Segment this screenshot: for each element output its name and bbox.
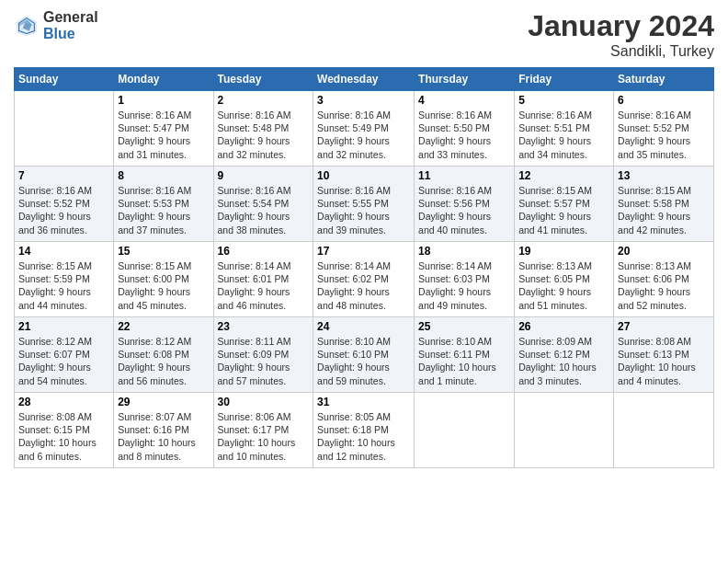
logo-text: General Blue bbox=[43, 9, 98, 41]
day-number: 18 bbox=[418, 245, 510, 258]
day-number: 22 bbox=[118, 320, 209, 333]
calendar-cell bbox=[415, 393, 515, 468]
day-info: Sunrise: 8:09 AMSunset: 6:12 PMDaylight:… bbox=[518, 335, 609, 387]
calendar-cell: 29Sunrise: 8:07 AMSunset: 6:16 PMDayligh… bbox=[114, 393, 213, 468]
calendar-cell: 4Sunrise: 8:16 AMSunset: 5:50 PMDaylight… bbox=[415, 91, 515, 167]
main-container: General Blue January 2024 Sandikli, Turk… bbox=[0, 0, 728, 477]
calendar-cell: 24Sunrise: 8:10 AMSunset: 6:10 PMDayligh… bbox=[313, 317, 415, 393]
day-number: 25 bbox=[418, 320, 510, 333]
calendar-cell: 15Sunrise: 8:15 AMSunset: 6:00 PMDayligh… bbox=[114, 242, 213, 317]
day-number: 1 bbox=[118, 94, 209, 107]
day-info: Sunrise: 8:16 AMSunset: 5:55 PMDaylight:… bbox=[317, 184, 410, 236]
day-number: 3 bbox=[317, 94, 410, 107]
day-number: 21 bbox=[18, 320, 109, 333]
day-number: 11 bbox=[418, 169, 510, 182]
day-info: Sunrise: 8:14 AMSunset: 6:02 PMDaylight:… bbox=[317, 259, 410, 312]
calendar-header-sunday: Sunday bbox=[15, 68, 114, 91]
calendar-cell: 16Sunrise: 8:14 AMSunset: 6:01 PMDayligh… bbox=[213, 242, 313, 317]
calendar-cell: 14Sunrise: 8:15 AMSunset: 5:59 PMDayligh… bbox=[15, 242, 114, 317]
calendar-cell: 21Sunrise: 8:12 AMSunset: 6:07 PMDayligh… bbox=[15, 317, 114, 393]
calendar-week-row: 14Sunrise: 8:15 AMSunset: 5:59 PMDayligh… bbox=[15, 242, 714, 317]
day-info: Sunrise: 8:08 AMSunset: 6:15 PMDaylight:… bbox=[18, 410, 109, 463]
calendar-cell: 26Sunrise: 8:09 AMSunset: 6:12 PMDayligh… bbox=[515, 317, 614, 393]
logo: General Blue bbox=[14, 9, 98, 41]
day-info: Sunrise: 8:13 AMSunset: 6:06 PMDaylight:… bbox=[618, 259, 710, 312]
day-number: 12 bbox=[518, 169, 609, 182]
calendar-header-friday: Friday bbox=[515, 68, 614, 91]
day-number: 16 bbox=[218, 245, 310, 258]
calendar-cell: 22Sunrise: 8:12 AMSunset: 6:08 PMDayligh… bbox=[114, 317, 213, 393]
calendar-cell: 5Sunrise: 8:16 AMSunset: 5:51 PMDaylight… bbox=[515, 91, 614, 167]
day-info: Sunrise: 8:16 AMSunset: 5:48 PMDaylight:… bbox=[218, 109, 310, 161]
logo-general-text: General bbox=[43, 9, 98, 26]
day-number: 27 bbox=[618, 320, 710, 333]
day-info: Sunrise: 8:14 AMSunset: 6:03 PMDaylight:… bbox=[418, 259, 510, 312]
calendar-cell: 9Sunrise: 8:16 AMSunset: 5:54 PMDaylight… bbox=[213, 167, 313, 242]
day-info: Sunrise: 8:16 AMSunset: 5:56 PMDaylight:… bbox=[418, 184, 510, 236]
calendar-cell: 11Sunrise: 8:16 AMSunset: 5:56 PMDayligh… bbox=[415, 167, 515, 242]
day-number: 13 bbox=[618, 169, 710, 182]
calendar-cell: 2Sunrise: 8:16 AMSunset: 5:48 PMDaylight… bbox=[213, 91, 313, 167]
day-info: Sunrise: 8:16 AMSunset: 5:47 PMDaylight:… bbox=[118, 109, 209, 161]
calendar-table: SundayMondayTuesdayWednesdayThursdayFrid… bbox=[14, 67, 714, 468]
calendar-week-row: 21Sunrise: 8:12 AMSunset: 6:07 PMDayligh… bbox=[15, 317, 714, 393]
day-info: Sunrise: 8:16 AMSunset: 5:52 PMDaylight:… bbox=[618, 109, 710, 161]
day-number: 6 bbox=[618, 94, 710, 107]
title-section: January 2024 Sandikli, Turkey bbox=[528, 9, 714, 60]
calendar-header-saturday: Saturday bbox=[614, 68, 714, 91]
calendar-cell: 6Sunrise: 8:16 AMSunset: 5:52 PMDaylight… bbox=[614, 91, 714, 167]
month-title: January 2024 bbox=[528, 9, 714, 43]
day-number: 28 bbox=[18, 396, 109, 408]
day-number: 8 bbox=[118, 169, 209, 182]
day-number: 5 bbox=[518, 94, 609, 107]
day-number: 29 bbox=[118, 396, 209, 408]
calendar-week-row: 1Sunrise: 8:16 AMSunset: 5:47 PMDaylight… bbox=[15, 91, 714, 167]
calendar-cell: 1Sunrise: 8:16 AMSunset: 5:47 PMDaylight… bbox=[114, 91, 213, 167]
day-number: 24 bbox=[317, 320, 410, 333]
day-info: Sunrise: 8:08 AMSunset: 6:13 PMDaylight:… bbox=[618, 335, 710, 387]
calendar-cell: 13Sunrise: 8:15 AMSunset: 5:58 PMDayligh… bbox=[614, 167, 714, 242]
day-info: Sunrise: 8:16 AMSunset: 5:53 PMDaylight:… bbox=[118, 184, 209, 236]
calendar-week-row: 28Sunrise: 8:08 AMSunset: 6:15 PMDayligh… bbox=[15, 393, 714, 468]
day-info: Sunrise: 8:10 AMSunset: 6:11 PMDaylight:… bbox=[418, 335, 510, 387]
day-number: 7 bbox=[18, 169, 109, 182]
day-number: 2 bbox=[218, 94, 310, 107]
day-info: Sunrise: 8:11 AMSunset: 6:09 PMDaylight:… bbox=[218, 335, 310, 387]
calendar-header-monday: Monday bbox=[114, 68, 213, 91]
calendar-cell bbox=[515, 393, 614, 468]
day-info: Sunrise: 8:15 AMSunset: 5:57 PMDaylight:… bbox=[518, 184, 609, 236]
day-number: 26 bbox=[518, 320, 609, 333]
calendar-cell bbox=[614, 393, 714, 468]
calendar-cell: 31Sunrise: 8:05 AMSunset: 6:18 PMDayligh… bbox=[313, 393, 415, 468]
day-info: Sunrise: 8:14 AMSunset: 6:01 PMDaylight:… bbox=[218, 259, 310, 312]
day-number: 10 bbox=[317, 169, 410, 182]
calendar-header-thursday: Thursday bbox=[415, 68, 515, 91]
day-number: 17 bbox=[317, 245, 410, 258]
calendar-cell: 18Sunrise: 8:14 AMSunset: 6:03 PMDayligh… bbox=[415, 242, 515, 317]
calendar-cell bbox=[15, 91, 114, 167]
day-info: Sunrise: 8:12 AMSunset: 6:07 PMDaylight:… bbox=[18, 335, 109, 387]
day-number: 19 bbox=[518, 245, 609, 258]
calendar-cell: 30Sunrise: 8:06 AMSunset: 6:17 PMDayligh… bbox=[213, 393, 313, 468]
day-number: 9 bbox=[218, 169, 310, 182]
day-info: Sunrise: 8:16 AMSunset: 5:50 PMDaylight:… bbox=[418, 109, 510, 161]
day-info: Sunrise: 8:16 AMSunset: 5:54 PMDaylight:… bbox=[218, 184, 310, 236]
day-info: Sunrise: 8:13 AMSunset: 6:05 PMDaylight:… bbox=[518, 259, 609, 312]
day-number: 30 bbox=[218, 396, 310, 408]
day-number: 14 bbox=[18, 245, 109, 258]
day-info: Sunrise: 8:10 AMSunset: 6:10 PMDaylight:… bbox=[317, 335, 410, 387]
calendar-header-wednesday: Wednesday bbox=[313, 68, 415, 91]
day-info: Sunrise: 8:15 AMSunset: 6:00 PMDaylight:… bbox=[118, 259, 209, 312]
calendar-cell: 27Sunrise: 8:08 AMSunset: 6:13 PMDayligh… bbox=[614, 317, 714, 393]
day-info: Sunrise: 8:06 AMSunset: 6:17 PMDaylight:… bbox=[218, 410, 310, 463]
calendar-cell: 12Sunrise: 8:15 AMSunset: 5:57 PMDayligh… bbox=[515, 167, 614, 242]
day-info: Sunrise: 8:15 AMSunset: 5:59 PMDaylight:… bbox=[18, 259, 109, 312]
calendar-cell: 23Sunrise: 8:11 AMSunset: 6:09 PMDayligh… bbox=[213, 317, 313, 393]
day-info: Sunrise: 8:16 AMSunset: 5:49 PMDaylight:… bbox=[317, 109, 410, 161]
day-number: 15 bbox=[118, 245, 209, 258]
location-title: Sandikli, Turkey bbox=[528, 43, 714, 60]
calendar-header-tuesday: Tuesday bbox=[213, 68, 313, 91]
day-info: Sunrise: 8:15 AMSunset: 5:58 PMDaylight:… bbox=[618, 184, 710, 236]
header: General Blue January 2024 Sandikli, Turk… bbox=[14, 9, 714, 60]
calendar-cell: 20Sunrise: 8:13 AMSunset: 6:06 PMDayligh… bbox=[614, 242, 714, 317]
